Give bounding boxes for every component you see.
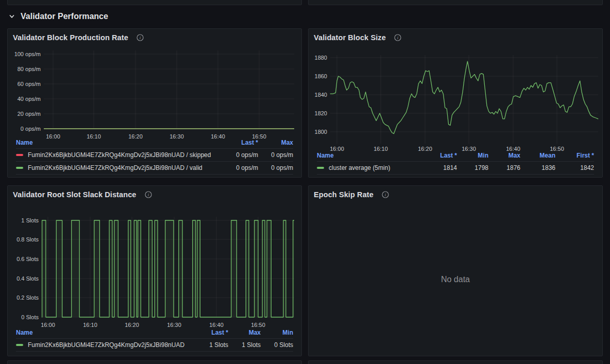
y-tick-label: 1820 (315, 110, 327, 116)
y-tick-label: 0.2 Slots (16, 294, 39, 301)
svg-text:i: i (397, 35, 399, 40)
no-data-message: No data (309, 203, 602, 356)
legend-value: 1798 (457, 164, 488, 171)
panel-title[interactable]: Validator Block Production Rate (13, 33, 128, 42)
info-icon[interactable]: i (382, 191, 389, 198)
series-swatch (16, 167, 23, 169)
info-icon-glyph: i (394, 34, 401, 41)
panel-epoch-skip-rate: Epoch Skip Rate i No data (308, 185, 603, 356)
panel-validator-block-size: Validator Block Size i 18801860184018201… (308, 28, 603, 178)
legend-row: cluster average (5min)181417981876183618… (317, 161, 594, 175)
panel-header: Validator Block Size i (309, 29, 602, 46)
y-tick-label: 0 Slots (21, 314, 39, 320)
legend-root-slot-slack: NameLast *MaxMinFumin2Kx6BjkbUGMi4E7ZkRQ… (16, 327, 293, 352)
legend-col-name[interactable]: Name (16, 139, 225, 146)
info-icon-glyph: i (382, 191, 389, 198)
legend-value: 0 ops/m (225, 151, 258, 159)
legend-col-min[interactable]: Min (261, 329, 293, 336)
panel-validator-block-production-rate: Validator Block Production Rate i 100 op… (7, 28, 302, 178)
y-tick-label: 1880 (315, 55, 327, 61)
panel-header: Validator Block Production Rate i (8, 29, 301, 46)
y-tick-label: 20 ops/m (18, 111, 41, 117)
svg-text:i: i (140, 35, 141, 40)
legend-header: NameLast *Max (16, 137, 293, 148)
svg-text:i: i (147, 192, 149, 197)
legend-value: 1842 (555, 164, 594, 171)
y-axis-labels: 18801860184018201800 (315, 55, 327, 135)
panel-header: Epoch Skip Rate i (309, 186, 602, 203)
panel-title[interactable]: Validator Root Slot Slack Distance (13, 190, 137, 199)
panel-partial-bottom-left (7, 360, 302, 364)
legend-col-name[interactable]: Name (16, 329, 195, 336)
panel-root-slot-slack-distance: Validator Root Slot Slack Distance i 1 S… (7, 185, 302, 356)
series-lines (42, 220, 294, 317)
panel-partial-top-left (7, 0, 302, 5)
legend-col-last[interactable]: Last * (195, 329, 228, 336)
y-tick-label: 0.8 Slots (16, 236, 39, 242)
series-name[interactable]: Fumin2Kx6BjkbUGMi4E7ZkRQg4KmgDv2j5xJBi98… (28, 164, 202, 171)
info-icon[interactable]: i (145, 191, 152, 198)
series-swatch (317, 167, 324, 169)
y-tick-label: 40 ops/m (18, 96, 41, 102)
legend-col-last[interactable]: Last * (225, 139, 258, 146)
y-axis-labels: 1 Slots0.8 Slots0.6 Slots0.4 Slots0.2 Sl… (16, 217, 39, 320)
legend-value: 0 ops/m (258, 164, 293, 171)
legend-row: Fumin2Kx6BjkbUGMi4E7ZkRQg4KmgDv2j5xJBi98… (16, 338, 293, 352)
legend-block-production-rate: NameLast *MaxFumin2Kx6BjkbUGMi4E7ZkRQg4K… (16, 137, 293, 175)
panel-title[interactable]: Validator Block Size (314, 33, 386, 42)
legend-col-first[interactable]: First * (555, 152, 594, 159)
legend-value: 0 Slots (261, 341, 293, 349)
info-icon-glyph: i (145, 191, 152, 198)
y-tick-label: 100 ops/m (14, 51, 41, 57)
legend-col-min[interactable]: Min (457, 152, 488, 159)
legend-block-size: NameLast *MinMaxMeanFirst *cluster avera… (317, 150, 594, 175)
panel-partial-top-right (308, 0, 603, 5)
y-tick-label: 80 ops/m (18, 66, 41, 72)
y-tick-label: 0.6 Slots (16, 256, 39, 262)
series-swatch (16, 154, 23, 156)
y-tick-label: 1 Slots (21, 217, 39, 223)
legend-value: 0 ops/m (225, 164, 258, 171)
legend-value: 0 ops/m (258, 151, 293, 159)
panel-header: Validator Root Slot Slack Distance i (8, 186, 301, 203)
y-tick-label: 1800 (315, 129, 327, 135)
legend-col-max[interactable]: Max (228, 329, 261, 336)
legend-col-mean[interactable]: Mean (520, 152, 555, 159)
legend-value: 1 Slots (195, 341, 228, 349)
section-row-validator-performance[interactable]: Validator Performance (8, 11, 108, 22)
panel-title[interactable]: Epoch Skip Rate (314, 190, 374, 199)
grid-lines (330, 55, 598, 144)
series-name[interactable]: cluster average (5min) (329, 164, 390, 171)
grafana-dashboard: Validator Performance Validator Block Pr… (0, 0, 610, 364)
series-name[interactable]: Fumin2Kx6BjkbUGMi4E7ZkRQg4KmgDv2j5xJBi98… (28, 151, 211, 159)
svg-text:i: i (385, 192, 386, 197)
legend-header: NameLast *MinMaxMeanFirst * (317, 150, 594, 161)
legend-value: 1 Slots (228, 341, 261, 349)
series-lines (330, 61, 598, 133)
y-axis-labels: 100 ops/m80 ops/m60 ops/m40 ops/m20 ops/… (14, 51, 41, 132)
legend-value: 1876 (488, 164, 520, 171)
info-icon[interactable]: i (394, 34, 401, 41)
legend-row: Fumin2Kx6BjkbUGMi4E7ZkRQg4KmgDv2j5xJBi98… (16, 161, 293, 175)
info-icon-glyph: i (137, 34, 144, 41)
legend-col-last[interactable]: Last * (426, 152, 457, 159)
legend-col-max[interactable]: Max (488, 152, 520, 159)
section-title: Validator Performance (21, 12, 108, 21)
panel-partial-bottom-right (308, 360, 603, 364)
legend-value: 1814 (426, 164, 457, 171)
y-tick-label: 1860 (315, 73, 327, 79)
legend-col-max[interactable]: Max (258, 139, 293, 146)
y-tick-label: 0 ops/m (21, 126, 41, 132)
y-tick-label: 1840 (315, 92, 327, 98)
legend-col-name[interactable]: Name (317, 152, 426, 159)
legend-row: Fumin2Kx6BjkbUGMi4E7ZkRQg4KmgDv2j5xJBi98… (16, 148, 293, 161)
series-swatch (16, 344, 23, 346)
series-name[interactable]: Fumin2Kx6BjkbUGMi4E7ZkRQg4KmgDv2j5xJBi98… (28, 341, 184, 349)
y-tick-label: 60 ops/m (18, 81, 41, 87)
legend-header: NameLast *MaxMin (16, 327, 293, 338)
info-icon[interactable]: i (137, 34, 144, 41)
series-line (330, 61, 598, 133)
legend-value: 1836 (520, 164, 555, 171)
grid-lines (44, 50, 294, 129)
y-tick-label: 0.4 Slots (16, 275, 39, 282)
